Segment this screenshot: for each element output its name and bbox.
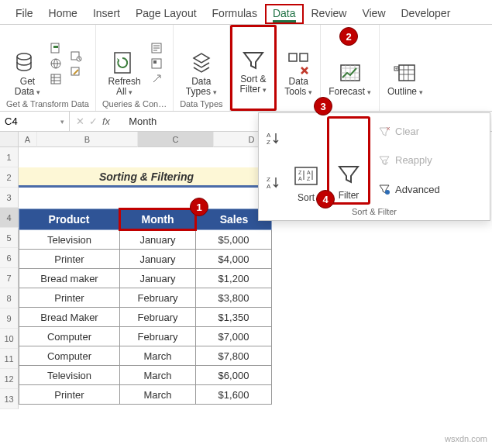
cell[interactable]: $3,800 bbox=[196, 288, 272, 308]
table-row[interactable]: PrinterMarch$1,600 bbox=[19, 385, 272, 405]
row-header[interactable]: 2 bbox=[0, 167, 19, 188]
svg-text:A: A bbox=[267, 183, 271, 190]
cell[interactable]: $1,350 bbox=[196, 308, 272, 327]
get-data-mini bbox=[46, 28, 65, 98]
row-header[interactable]: 7 bbox=[0, 268, 19, 288]
table-row[interactable]: Bread makerJanuary$1,200 bbox=[19, 269, 272, 288]
cell[interactable]: $1,600 bbox=[196, 385, 272, 405]
table-row[interactable]: TelevisionMarch$6,000 bbox=[19, 366, 272, 385]
cell[interactable]: $6,000 bbox=[196, 366, 272, 385]
callout-4: 4 bbox=[316, 190, 335, 208]
funnel-icon bbox=[241, 48, 266, 73]
table-row[interactable]: PrinterJanuary$4,000 bbox=[19, 250, 272, 269]
outline-icon: + bbox=[393, 60, 418, 85]
data-types-button[interactable]: Data Types bbox=[181, 28, 222, 98]
row-header[interactable]: 1 bbox=[0, 147, 19, 167]
forecast-label: Forecast bbox=[329, 87, 371, 97]
th-product[interactable]: Product bbox=[19, 209, 120, 230]
row-header[interactable]: 10 bbox=[0, 329, 19, 349]
table-row[interactable]: ComputerMarch$7,800 bbox=[19, 346, 272, 366]
cell[interactable]: Bread maker bbox=[19, 269, 120, 288]
edit-links-icon[interactable] bbox=[150, 73, 163, 85]
cell[interactable]: January bbox=[120, 269, 196, 288]
row-header[interactable]: 11 bbox=[0, 349, 19, 369]
existing-conn-icon[interactable] bbox=[70, 65, 82, 78]
sort-desc-icon[interactable]: ZA bbox=[265, 174, 282, 191]
sort-filter-label: Sort & Filter bbox=[240, 74, 267, 95]
table-row[interactable]: Bread MakerFebruary$1,350 bbox=[19, 308, 272, 327]
col-header[interactable]: A bbox=[19, 132, 37, 147]
svg-text:A: A bbox=[307, 170, 311, 175]
group-get-transform: Get Data Get & Transform Data bbox=[0, 25, 96, 111]
cell[interactable]: $7,000 bbox=[196, 327, 272, 346]
filter-button[interactable]: Filter bbox=[327, 116, 370, 205]
queries-icon[interactable] bbox=[150, 42, 163, 54]
table-row[interactable]: PrinterFebruary$3,800 bbox=[19, 288, 272, 308]
table-row[interactable]: ComputerFebruary$7,000 bbox=[19, 327, 272, 346]
select-all-corner[interactable] bbox=[0, 132, 19, 147]
col-header[interactable]: C bbox=[138, 132, 214, 147]
th-month[interactable]: Month bbox=[120, 209, 196, 230]
cell[interactable]: March bbox=[120, 385, 196, 405]
tab-view[interactable]: View bbox=[354, 4, 393, 24]
get-data-label: Get Data bbox=[15, 77, 40, 97]
cell[interactable]: February bbox=[120, 308, 196, 327]
row-header[interactable]: 8 bbox=[0, 288, 19, 308]
row-header[interactable]: 12 bbox=[0, 369, 19, 389]
tab-formulas[interactable]: Formulas bbox=[205, 4, 265, 24]
from-table-icon[interactable] bbox=[50, 73, 62, 85]
tab-data[interactable]: Data bbox=[265, 4, 304, 24]
enter-icon[interactable]: ✓ bbox=[89, 115, 98, 127]
get-data-button[interactable]: Get Data bbox=[10, 28, 45, 98]
refresh-all-button[interactable]: Refresh All bbox=[104, 28, 146, 98]
tab-home[interactable]: Home bbox=[41, 4, 85, 24]
sort-asc-icon[interactable]: AZ bbox=[265, 130, 282, 147]
cell[interactable]: $5,000 bbox=[196, 230, 272, 250]
from-web-icon[interactable] bbox=[50, 57, 62, 70]
fx-icon[interactable]: fx bbox=[102, 115, 115, 127]
tab-page-layout[interactable]: Page Layout bbox=[128, 4, 205, 24]
row-header[interactable]: 13 bbox=[0, 389, 19, 409]
cell[interactable]: March bbox=[120, 346, 196, 366]
tab-review[interactable]: Review bbox=[304, 4, 355, 24]
cell[interactable]: Printer bbox=[19, 250, 120, 269]
cell[interactable]: Computer bbox=[19, 346, 120, 366]
row-header[interactable]: 9 bbox=[0, 308, 19, 329]
cell[interactable]: February bbox=[120, 288, 196, 308]
cell[interactable]: March bbox=[120, 366, 196, 385]
cell[interactable]: $7,800 bbox=[196, 346, 272, 366]
cell[interactable]: Printer bbox=[19, 288, 120, 308]
refresh-icon bbox=[112, 50, 137, 75]
tab-insert[interactable]: Insert bbox=[85, 4, 128, 24]
cell[interactable]: $1,200 bbox=[196, 269, 272, 288]
cancel-icon[interactable]: ✕ bbox=[76, 115, 84, 127]
outline-button[interactable]: + Outline bbox=[383, 28, 428, 98]
from-file-icon[interactable] bbox=[50, 42, 62, 54]
row-header[interactable]: 5 bbox=[0, 228, 19, 248]
recent-sources-icon[interactable] bbox=[70, 50, 82, 62]
row-header[interactable]: 6 bbox=[0, 248, 19, 268]
table-row[interactable]: TelevisionJanuary$5,000 bbox=[19, 230, 272, 250]
row-header[interactable]: 4 bbox=[0, 208, 19, 228]
properties-icon[interactable] bbox=[150, 57, 163, 70]
cell[interactable]: January bbox=[120, 230, 196, 250]
advanced-button[interactable]: Advanced bbox=[375, 181, 483, 197]
popout-group-label: Sort & Filter bbox=[262, 205, 487, 219]
cell[interactable]: January bbox=[120, 250, 196, 269]
cell[interactable]: Printer bbox=[19, 385, 120, 405]
cell[interactable]: Television bbox=[19, 366, 120, 385]
sort-dialog-icon: ZAAZ bbox=[293, 164, 319, 190]
cell[interactable]: Television bbox=[19, 230, 120, 250]
cell[interactable]: February bbox=[120, 327, 196, 346]
cell[interactable]: Computer bbox=[19, 327, 120, 346]
svg-rect-13 bbox=[300, 53, 308, 61]
col-header[interactable]: B bbox=[37, 132, 138, 147]
cell[interactable]: $4,000 bbox=[196, 250, 272, 269]
tab-developer[interactable]: Developer bbox=[394, 4, 459, 24]
data-tools-button[interactable]: Data Tools bbox=[280, 28, 317, 98]
row-header[interactable]: 3 bbox=[0, 188, 19, 208]
sort-filter-button[interactable]: Sort & Filter bbox=[236, 30, 272, 96]
cell[interactable]: Bread Maker bbox=[19, 308, 120, 327]
tab-file[interactable]: File bbox=[8, 4, 41, 24]
name-box[interactable]: C4 ▾ bbox=[0, 112, 70, 131]
